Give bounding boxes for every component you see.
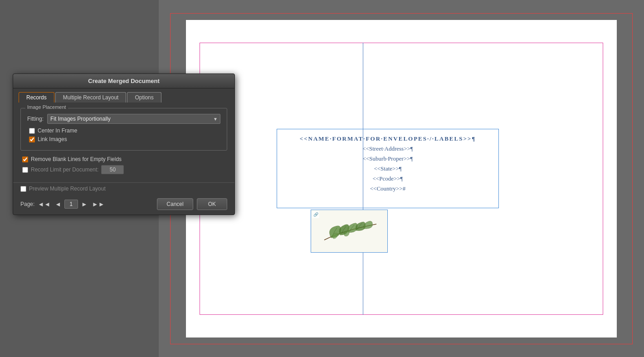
dialog-footer: Page: ◄◄ ◄ 1 ► ►► Cancel OK (13, 195, 234, 215)
link-images-label[interactable]: Link Images (38, 136, 67, 142)
preview-row: Preview Multiple Record Layout (13, 182, 234, 195)
image-placement-group-label: Image Placement (25, 104, 68, 110)
last-page-button[interactable]: ►► (91, 201, 106, 208)
remove-blank-lines-row: Remove Blank Lines for Empty Fields (20, 156, 227, 162)
page-outer: <<NAME·FORMAT·FOR·ENVELOPES·/·LABELS>>¶ … (170, 13, 633, 344)
preview-multiple-label[interactable]: Preview Multiple Record Layout (29, 186, 106, 192)
center-in-frame-row: Center In Frame (27, 127, 220, 134)
fitting-select[interactable]: Fit Images Proportionally Fill Frame Pro… (47, 114, 220, 124)
record-limit-checkbox[interactable] (22, 167, 28, 173)
center-in-frame-checkbox[interactable] (29, 128, 35, 134)
address-line-6: <<Country>># (284, 184, 492, 194)
image-link-icon: 🔗 (312, 211, 319, 218)
address-line-3: <<Suburb·Proper>>¶ (284, 154, 492, 164)
tab-options[interactable]: Options (127, 92, 161, 103)
remove-blank-lines-checkbox[interactable] (22, 156, 28, 162)
next-page-button[interactable]: ► (80, 201, 89, 208)
page-number-input[interactable]: 1 (64, 200, 78, 209)
address-line-5: <<Pcode>>¶ (284, 174, 492, 184)
record-limit-input[interactable]: 50 (101, 165, 124, 174)
footer-buttons: Cancel OK (157, 198, 227, 210)
fitting-row: Fitting: Fit Images Proportionally Fill … (27, 114, 220, 124)
page-navigation: Page: ◄◄ ◄ 1 ► ►► (20, 200, 106, 209)
tab-multiple-record-layout[interactable]: Multiple Record Layout (55, 92, 127, 103)
record-limit-row: Record Limit per Document: 50 (20, 165, 227, 174)
page-label: Page: (20, 201, 34, 207)
preview-multiple-checkbox[interactable] (20, 186, 26, 192)
ok-button[interactable]: OK (197, 198, 227, 210)
address-line-2: <<Street·Address>>¶ (284, 144, 492, 154)
leaf-illustration (320, 215, 379, 247)
image-frame: 🔗 (311, 210, 388, 253)
fitting-label: Fitting: (27, 116, 44, 122)
create-merged-document-dialog: Create Merged Document Records Multiple … (13, 73, 235, 215)
tab-records[interactable]: Records (19, 92, 54, 103)
cancel-button[interactable]: Cancel (157, 198, 193, 210)
link-images-row: Link Images (27, 136, 220, 142)
white-page: <<NAME·FORMAT·FOR·ENVELOPES·/·LABELS>>¶ … (186, 20, 617, 337)
center-in-frame-label[interactable]: Center In Frame (38, 127, 77, 134)
link-images-checkbox[interactable] (29, 137, 35, 142)
remove-blank-lines-label[interactable]: Remove Blank Lines for Empty Fields (31, 156, 122, 162)
dialog-content: Image Placement Fitting: Fit Images Prop… (13, 103, 234, 182)
address-line-4: <<State>>¶ (284, 164, 492, 174)
prev-page-button[interactable]: ◄ (54, 201, 63, 208)
image-placement-group: Image Placement Fitting: Fit Images Prop… (20, 108, 227, 151)
record-limit-label[interactable]: Record Limit per Document: (31, 166, 98, 173)
dialog-title: Create Merged Document (88, 78, 159, 84)
address-line-1: <<NAME·FORMAT·FOR·ENVELOPES·/·LABELS>>¶ (284, 134, 492, 144)
fitting-select-wrapper: Fit Images Proportionally Fill Frame Pro… (47, 114, 220, 124)
dialog-tabs: Records Multiple Record Layout Options (13, 88, 234, 103)
first-page-button[interactable]: ◄◄ (36, 201, 52, 208)
address-text-box: <<NAME·FORMAT·FOR·ENVELOPES·/·LABELS>>¶ … (277, 129, 499, 208)
dialog-titlebar: Create Merged Document (13, 74, 234, 88)
preview-checkbox-row: Preview Multiple Record Layout (20, 186, 106, 192)
